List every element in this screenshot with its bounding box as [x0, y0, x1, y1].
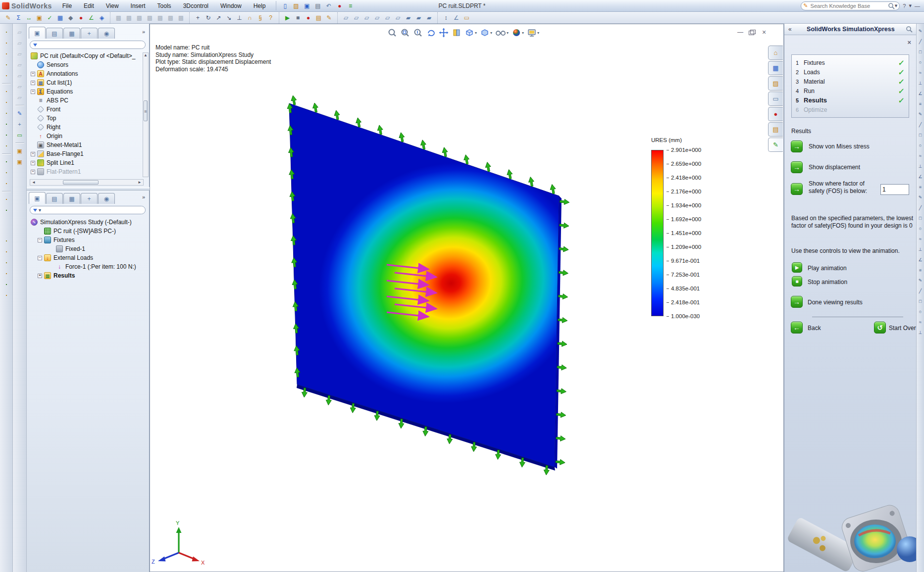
scrollbar-thumb[interactable]: ≡: [144, 100, 148, 121]
show-von-mises-button[interactable]: →: [791, 141, 803, 152]
wizard-step[interactable]: 4 Run ✓: [796, 86, 905, 95]
sheet-metal-tool-icon[interactable]: [1, 236, 11, 246]
appearance-tool-icon[interactable]: ◈: [97, 13, 107, 23]
fillet-icon[interactable]: [1, 141, 11, 151]
study-tree-root[interactable]: SimulationXpress Study (-Default-): [27, 218, 149, 227]
wizard-step[interactable]: 3 Material ✓: [796, 77, 905, 86]
standard-view-icon[interactable]: ▱: [15, 93, 25, 102]
extruded-cut-icon[interactable]: [1, 87, 11, 96]
rotate-tool-icon[interactable]: ↻: [203, 13, 213, 23]
sketch-tool-icon[interactable]: ✎: [919, 275, 923, 286]
sketch-tool-icon[interactable]: ✎: [919, 109, 923, 119]
sketch-icon[interactable]: ✎: [15, 108, 25, 118]
sketch-tool-icon[interactable]: ✎: [919, 26, 923, 36]
sketch-tool-icon[interactable]: ≈: [919, 234, 922, 244]
expand-toggle-icon[interactable]: [31, 161, 35, 165]
back-view-icon[interactable]: ▱: [351, 13, 361, 23]
feature-tree-item[interactable]: Cut list(1): [27, 78, 146, 87]
expand-toggle-icon[interactable]: [38, 238, 42, 242]
propertymanager-tab-icon[interactable]: ▤: [46, 28, 63, 39]
linear-pattern-icon[interactable]: [1, 157, 11, 167]
search-magnifier-icon[interactable]: [888, 2, 895, 9]
feature-tree-item[interactable]: Flat-Pattern1: [27, 167, 146, 176]
expand-toggle-icon[interactable]: [31, 170, 35, 174]
graphics-viewport[interactable]: ▾ ▾ ▾ ▾ ▾ — × Model name: PC ruitStudy n…: [150, 24, 784, 572]
reference-geometry-icon[interactable]: [1, 194, 11, 204]
undo-icon[interactable]: ↶: [324, 1, 333, 10]
custom-properties-icon[interactable]: ▤: [768, 122, 783, 137]
fos-threshold-input[interactable]: [880, 184, 909, 195]
ruler-icon[interactable]: ▭: [462, 13, 472, 23]
swept-boss-icon[interactable]: [1, 49, 11, 59]
tree-vertical-scrollbar[interactable]: ▲≡: [143, 52, 149, 177]
circular-pattern-icon[interactable]: [1, 168, 11, 178]
sketch-tool-icon[interactable]: ⊥: [919, 161, 923, 171]
propertymanager-tab-icon[interactable]: ▤: [46, 193, 63, 204]
feature-tree-root[interactable]: PC ruit (Default<Copy of <Default>_: [27, 51, 146, 60]
tool-icon[interactable]: ▩: [165, 13, 176, 23]
spring-tool-icon[interactable]: §: [255, 13, 265, 23]
smart-component-icon[interactable]: ▣: [15, 146, 25, 156]
sketch-tool-icon[interactable]: ≈: [919, 317, 922, 327]
sketch-tool-icon[interactable]: ╱: [919, 119, 922, 130]
sketch-tool-icon[interactable]: □: [919, 213, 922, 223]
lofted-cut-icon[interactable]: [1, 130, 11, 140]
help-dropdown-icon[interactable]: ▾: [909, 2, 912, 9]
standard-view-icon[interactable]: ▱: [15, 38, 25, 48]
sketch-tool-icon[interactable]: ╱: [919, 286, 922, 296]
displaymanager-tab-icon[interactable]: ◉: [98, 28, 115, 39]
design-library-icon[interactable]: ▦: [768, 61, 783, 75]
tool-icon[interactable]: ▩: [145, 13, 155, 23]
show-displacement-label[interactable]: Show displacement: [809, 164, 860, 171]
mirror-icon[interactable]: [1, 179, 11, 189]
feature-tree-item[interactable]: Equations: [27, 87, 146, 96]
expand-toggle-icon[interactable]: [31, 152, 35, 156]
study-tree-item[interactable]: Results: [27, 271, 149, 280]
expand-toggle-icon[interactable]: [38, 256, 42, 260]
sheet-metal-tool-icon[interactable]: [1, 258, 11, 268]
done-viewing-results-button[interactable]: →: [791, 296, 803, 308]
sketch-tool-icon[interactable]: ⊥: [919, 327, 923, 337]
sketch-tool-icon[interactable]: ○: [919, 223, 922, 234]
sketch-tool-icon[interactable]: ⊥: [919, 78, 923, 88]
lofted-boss-icon[interactable]: [1, 60, 11, 70]
sketch-tool-icon[interactable]: ○: [919, 306, 922, 317]
study-tree-item[interactable]: External Loads: [27, 253, 149, 262]
stop-icon[interactable]: ■: [293, 13, 303, 23]
normal-to-icon[interactable]: ↕: [441, 13, 451, 23]
back-button[interactable]: ←: [791, 322, 803, 334]
sketch-tool-icon[interactable]: ≡: [919, 265, 922, 275]
sheet-metal-tool-icon[interactable]: [1, 247, 11, 257]
play-animation-label[interactable]: Play animation: [808, 265, 847, 272]
revolved-cut-icon[interactable]: [1, 108, 11, 118]
copy-tool-icon[interactable]: ▣: [34, 13, 45, 23]
swept-cut-icon[interactable]: [1, 119, 11, 129]
left-view-icon[interactable]: ▱: [361, 13, 372, 23]
notes-icon[interactable]: ▤: [313, 13, 324, 23]
menu-item[interactable]: Window: [215, 1, 247, 11]
standard-view-icon[interactable]: ▱: [15, 82, 25, 92]
equations-tool-icon[interactable]: Σ: [13, 13, 24, 23]
feature-tree-item[interactable]: Sensors: [27, 60, 146, 69]
configurationmanager-tab-icon[interactable]: ▦: [63, 193, 80, 204]
filter-dropdown-icon[interactable]: ▾: [39, 207, 41, 213]
stop-animation-label[interactable]: Stop animation: [808, 279, 847, 286]
search-dropdown-icon[interactable]: ▾: [895, 2, 898, 9]
wizard-step[interactable]: 5 Results ✓: [796, 95, 905, 105]
standard-view-icon[interactable]: ▱: [15, 27, 25, 37]
sketch-tool-icon[interactable]: ╱: [919, 202, 922, 213]
expand-toggle-icon[interactable]: [31, 81, 35, 85]
probe-icon[interactable]: ∠: [451, 13, 462, 23]
displaymanager-tab-icon[interactable]: ◉: [98, 193, 115, 204]
tool-icon[interactable]: ▩: [176, 13, 186, 23]
perpendicular-tool-icon[interactable]: ⊥: [234, 13, 245, 23]
sketch-tool-icon[interactable]: □: [919, 47, 922, 57]
start-over-button[interactable]: ↺: [874, 322, 886, 334]
back-label[interactable]: Back: [808, 325, 821, 332]
tree-horizontal-scrollbar[interactable]: ◄ ►: [30, 179, 144, 186]
menu-item[interactable]: Tools: [152, 1, 177, 11]
rebuild-icon[interactable]: ●: [335, 1, 344, 10]
edit-note-icon[interactable]: ✎: [324, 13, 334, 23]
file-explorer-icon[interactable]: ▨: [768, 76, 783, 91]
new-document-icon[interactable]: ▯: [280, 1, 290, 10]
